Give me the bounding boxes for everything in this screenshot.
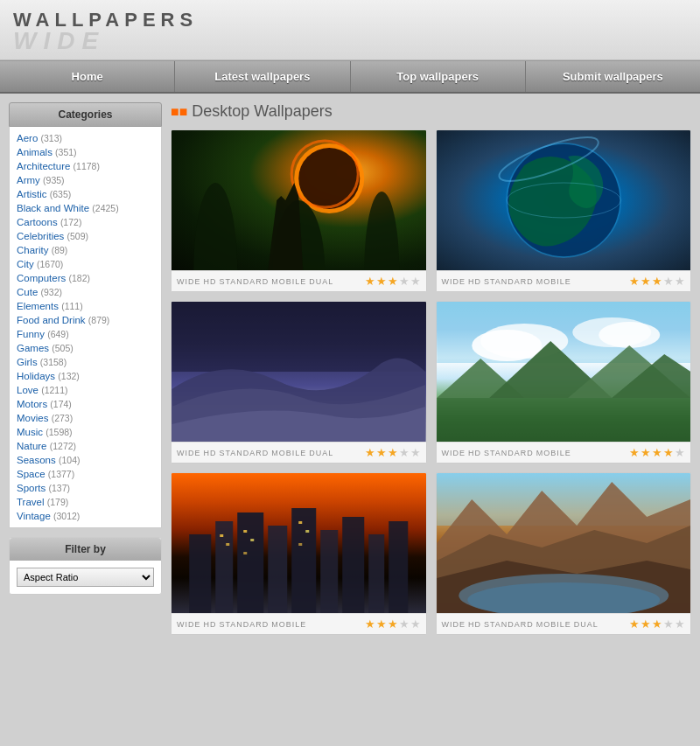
link-wide[interactable]: WIDE xyxy=(442,620,466,629)
link-wide[interactable]: WIDE xyxy=(177,277,201,286)
svg-point-17 xyxy=(598,322,660,348)
wallpaper-card[interactable]: WIDEHDSTANDARDMOBILE ★★★★★ xyxy=(171,472,427,635)
wallpaper-image[interactable] xyxy=(172,302,426,442)
svg-rect-31 xyxy=(368,534,384,613)
wallpaper-card[interactable]: WIDEHDSTANDARDMOBILEDUAL ★★★★★ xyxy=(171,129,427,292)
sidebar-item-cute[interactable]: Cute (932) xyxy=(17,285,154,299)
sidebar-item-cartoons[interactable]: Cartoons (172) xyxy=(17,215,154,229)
link-hd[interactable]: HD xyxy=(468,449,481,457)
link-dual[interactable]: DUAL xyxy=(309,449,333,457)
sidebar-item-food-and-drink[interactable]: Food and Drink (879) xyxy=(17,313,154,327)
link-hd[interactable]: HD xyxy=(468,277,481,286)
star-rating: ★★★★★ xyxy=(629,275,685,288)
svg-marker-6 xyxy=(268,183,303,270)
svg-rect-27 xyxy=(268,526,287,613)
sidebar-item-animals[interactable]: Animals (351) xyxy=(17,145,154,159)
sidebar-item-love[interactable]: Love (1211) xyxy=(17,383,154,397)
sidebar-item-space[interactable]: Space (1377) xyxy=(17,467,154,481)
filled-star-icon: ★ xyxy=(365,446,375,459)
sidebar-item-aero[interactable]: Aero (313) xyxy=(17,131,154,145)
sidebar-item-seasons[interactable]: Seasons (104) xyxy=(17,453,154,467)
wallpaper-links: WIDEHDSTANDARDMOBILE xyxy=(442,277,574,286)
svg-rect-33 xyxy=(220,534,223,537)
link-hd[interactable]: HD xyxy=(204,277,217,286)
svg-rect-37 xyxy=(243,552,247,554)
wallpaper-footer: WIDEHDSTANDARDMOBILEDUAL ★★★★★ xyxy=(172,442,426,463)
wallpaper-card[interactable]: WIDEHDSTANDARDMOBILE ★★★★★ xyxy=(436,129,692,292)
categories-header: Categories xyxy=(9,102,162,127)
title-text: Desktop Wallpapers xyxy=(192,102,332,121)
sidebar-item-holidays[interactable]: Holidays (132) xyxy=(17,369,154,383)
link-standard[interactable]: STANDARD xyxy=(220,277,270,286)
sidebar-item-girls[interactable]: Girls (3158) xyxy=(17,355,154,369)
filled-star-icon: ★ xyxy=(376,446,387,459)
sidebar-item-motors[interactable]: Motors (174) xyxy=(17,397,154,411)
rss-icon: ■■ xyxy=(171,104,187,120)
link-standard[interactable]: STANDARD xyxy=(484,620,534,629)
sidebar-item-sports[interactable]: Sports (137) xyxy=(17,481,154,495)
wallpaper-image[interactable] xyxy=(172,473,426,613)
wallpaper-links: WIDEHDSTANDARDMOBILEDUAL xyxy=(177,277,336,286)
link-wide[interactable]: WIDE xyxy=(442,449,466,457)
sidebar-item-architecture[interactable]: Architecture (1178) xyxy=(17,159,154,173)
filter-section: Filter by Aspect Ratio xyxy=(9,537,162,595)
link-wide[interactable]: WIDE xyxy=(177,620,201,629)
link-mobile[interactable]: MOBILE xyxy=(536,449,571,457)
sidebar-item-computers[interactable]: Computers (182) xyxy=(17,271,154,285)
sidebar-item-music[interactable]: Music (1598) xyxy=(17,425,154,439)
nav-latest[interactable]: Latest wallpapers xyxy=(175,61,350,92)
wallpaper-card[interactable]: WIDEHDSTANDARDMOBILEDUAL ★★★★★ xyxy=(436,472,692,635)
sidebar-item-nature[interactable]: Nature (1272) xyxy=(17,439,154,453)
wallpaper-image[interactable] xyxy=(437,302,691,442)
link-mobile[interactable]: MOBILE xyxy=(271,620,306,629)
svg-rect-28 xyxy=(291,508,316,613)
link-mobile[interactable]: MOBILE xyxy=(271,449,306,457)
nav-home[interactable]: Home xyxy=(0,61,175,92)
wallpaper-image[interactable] xyxy=(172,130,426,270)
link-standard[interactable]: STANDARD xyxy=(220,620,270,629)
wallpaper-card[interactable]: WIDEHDSTANDARDMOBILEDUAL ★★★★★ xyxy=(171,301,427,464)
wallpaper-image[interactable] xyxy=(437,473,691,613)
sidebar-item-funny[interactable]: Funny (649) xyxy=(17,327,154,341)
link-wide[interactable]: WIDE xyxy=(177,449,201,457)
link-hd[interactable]: HD xyxy=(204,449,217,457)
wallpaper-links: WIDEHDSTANDARDMOBILEDUAL xyxy=(442,620,601,629)
filled-star-icon: ★ xyxy=(388,275,398,288)
wallpaper-links: WIDEHDSTANDARDMOBILEDUAL xyxy=(177,449,336,457)
link-hd[interactable]: HD xyxy=(204,620,217,629)
filled-star-icon: ★ xyxy=(388,446,398,459)
wallpaper-grid: WIDEHDSTANDARDMOBILEDUAL ★★★★★ WIDEHDSTA… xyxy=(171,129,691,635)
wallpaper-image[interactable] xyxy=(437,130,691,270)
svg-rect-40 xyxy=(298,543,302,546)
sidebar-item-celebrities[interactable]: Celebrities (509) xyxy=(17,229,154,243)
link-standard[interactable]: STANDARD xyxy=(484,449,534,457)
link-dual[interactable]: DUAL xyxy=(574,620,598,629)
sidebar-item-charity[interactable]: Charity (89) xyxy=(17,243,154,257)
link-standard[interactable]: STANDARD xyxy=(220,449,270,457)
sidebar-item-black-and-white[interactable]: Black and White (2425) xyxy=(17,201,154,215)
aspect-ratio-select[interactable]: Aspect Ratio xyxy=(17,568,154,587)
sidebar-item-elements[interactable]: Elements (111) xyxy=(17,299,154,313)
sidebar-item-travel[interactable]: Travel (179) xyxy=(17,495,154,509)
sidebar-item-games[interactable]: Games (505) xyxy=(17,341,154,355)
main-content: Categories Aero (313)Animals (351)Archit… xyxy=(0,94,700,644)
link-standard[interactable]: STANDARD xyxy=(484,277,534,286)
sidebar-item-army[interactable]: Army (935) xyxy=(17,173,154,187)
link-wide[interactable]: WIDE xyxy=(442,277,466,286)
content-area: ■■ Desktop Wallpapers WIDEHDSTANDARDMOBI… xyxy=(171,102,691,635)
main-nav: Home Latest wallpapers Top wallpapers Su… xyxy=(0,60,700,94)
wallpaper-footer: WIDEHDSTANDARDMOBILE ★★★★★ xyxy=(437,270,691,291)
sidebar-item-vintage[interactable]: Vintage (3012) xyxy=(17,509,154,523)
link-dual[interactable]: DUAL xyxy=(309,277,333,286)
link-hd[interactable]: HD xyxy=(468,620,481,629)
sidebar-item-city[interactable]: City (1670) xyxy=(17,257,154,271)
link-mobile[interactable]: MOBILE xyxy=(536,277,571,286)
wallpaper-card[interactable]: WIDEHDSTANDARDMOBILE ★★★★★ xyxy=(436,301,692,464)
link-mobile[interactable]: MOBILE xyxy=(271,277,306,286)
link-mobile[interactable]: MOBILE xyxy=(536,620,571,629)
filled-star-icon: ★ xyxy=(629,275,640,288)
sidebar-item-movies[interactable]: Movies (273) xyxy=(17,411,154,425)
nav-top[interactable]: Top wallpapers xyxy=(351,61,526,92)
sidebar-item-artistic[interactable]: Artistic (635) xyxy=(17,187,154,201)
nav-submit[interactable]: Submit wallpapers xyxy=(526,61,700,92)
